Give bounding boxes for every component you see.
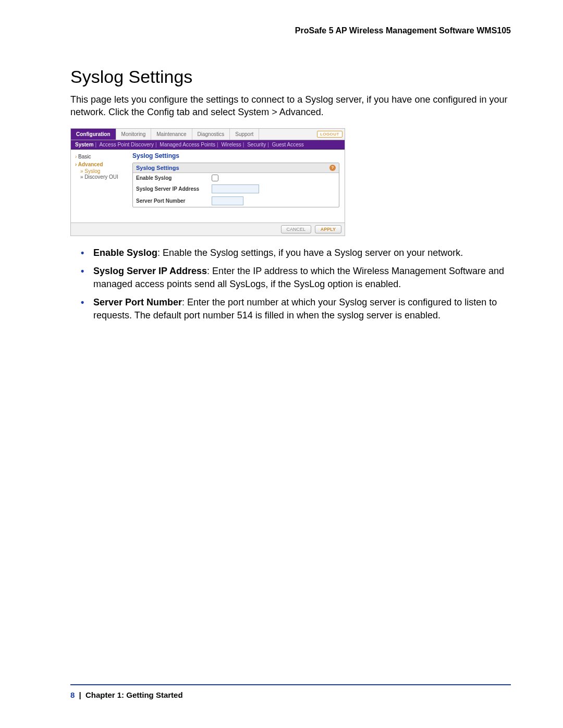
tab-configuration[interactable]: Configuration — [71, 129, 116, 140]
description-list: Enable Syslog: Enable the Syslog setting… — [81, 246, 511, 323]
help-icon[interactable]: ? — [329, 165, 336, 171]
enable-syslog-checkbox[interactable] — [212, 175, 218, 181]
subnav-guest-access[interactable]: Guest Access — [272, 142, 304, 147]
subnav-ap-discovery[interactable]: Access Point Discovery — [99, 142, 153, 147]
syslog-panel: Syslog Settings ? Enable Syslog Syslog S… — [132, 163, 339, 207]
cancel-button[interactable]: CANCEL — [281, 225, 312, 233]
content-page-title: Syslog Settings — [132, 152, 339, 159]
footer-separator: | — [77, 690, 83, 699]
apply-button[interactable]: APPLY — [315, 225, 341, 233]
chapter-label: Chapter 1: Getting Started — [85, 690, 183, 699]
left-sidebar: Basic Advanced Syslog Discovery OUI — [71, 150, 130, 223]
panel-header-label: Syslog Settings — [136, 165, 179, 171]
page-number: 8 — [70, 690, 75, 699]
server-port-label: Server Port Number — [136, 198, 212, 204]
enable-syslog-label: Enable Syslog — [136, 175, 212, 181]
section-intro: This page lets you configure the setting… — [70, 93, 511, 119]
sub-nav: System| Access Point Discovery| Managed … — [71, 140, 345, 150]
main-tab-row: Configuration Monitoring Maintenance Dia… — [71, 129, 345, 140]
sidebar-item-advanced[interactable]: Advanced — [75, 161, 130, 168]
sidebar-item-basic[interactable]: Basic — [75, 153, 130, 161]
tab-monitoring[interactable]: Monitoring — [116, 129, 152, 140]
subnav-system[interactable]: System — [75, 142, 94, 147]
subnav-managed-ap[interactable]: Managed Access Points — [160, 142, 215, 147]
tab-diagnostics[interactable]: Diagnostics — [192, 129, 230, 140]
page-footer: 8 | Chapter 1: Getting Started — [70, 684, 511, 699]
list-item: Syslog Server IP Address: Enter the IP a… — [81, 265, 511, 291]
list-item: Server Port Number: Enter the port numbe… — [81, 296, 511, 322]
tab-support[interactable]: Support — [230, 129, 259, 140]
subnav-security[interactable]: Security — [247, 142, 266, 147]
server-port-input[interactable] — [212, 196, 243, 205]
syslog-ip-input[interactable] — [212, 184, 259, 193]
syslog-ip-label: Syslog Server IP Address — [136, 186, 212, 192]
embedded-screenshot: Configuration Monitoring Maintenance Dia… — [70, 128, 345, 236]
sidebar-item-discovery-oui[interactable]: Discovery OUI — [75, 174, 130, 180]
panel-footer: CANCEL APPLY — [71, 223, 345, 236]
subnav-wireless[interactable]: Wireless — [221, 142, 241, 147]
section-title: Syslog Settings — [70, 67, 511, 87]
logout-button[interactable]: LOGOUT — [317, 131, 342, 138]
document-header: ProSafe 5 AP Wireless Management Softwar… — [70, 26, 511, 35]
list-item: Enable Syslog: Enable the Syslog setting… — [81, 246, 511, 260]
tab-maintenance[interactable]: Maintenance — [151, 129, 192, 140]
sidebar-item-syslog[interactable]: Syslog — [75, 168, 130, 174]
